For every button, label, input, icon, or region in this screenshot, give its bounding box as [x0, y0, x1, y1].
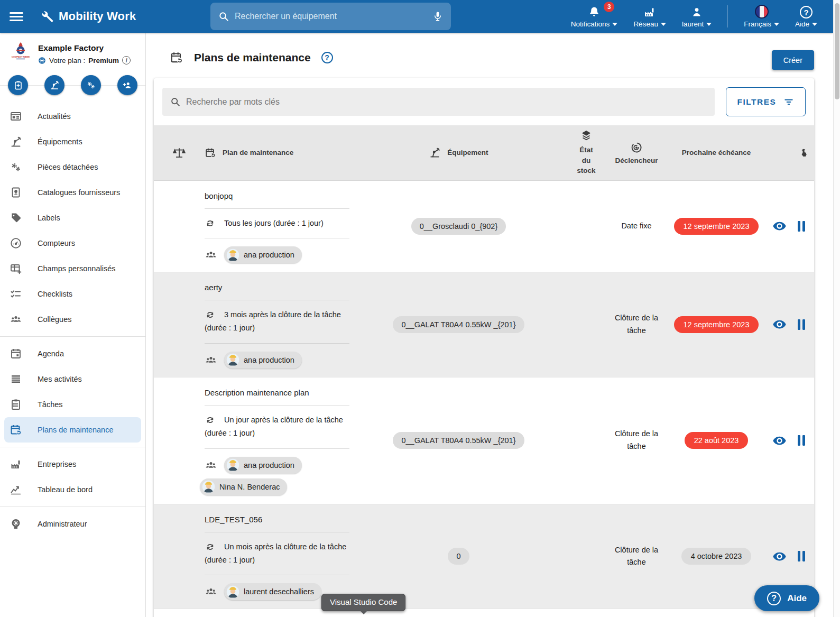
- equipment-search[interactable]: [210, 3, 451, 30]
- calendar-sync-icon: [10, 423, 22, 436]
- sidebar-item-mes-activites[interactable]: Mes activités: [0, 366, 145, 392]
- members-icon: [205, 354, 217, 366]
- column-due[interactable]: Prochaine échéance: [668, 125, 764, 180]
- add-equipment-button[interactable]: [44, 75, 64, 95]
- member-chip[interactable]: ana production: [224, 246, 302, 263]
- avatar: [226, 585, 239, 598]
- pause-icon[interactable]: [796, 550, 807, 563]
- sidebar-item-tableau-de-bord[interactable]: Tableau de bord: [0, 477, 145, 502]
- sidebar: COMPANY NAME Example Factory Votre plan …: [0, 33, 146, 617]
- sidebar-item-champs-personnalises[interactable]: Champs personnalisés: [0, 256, 145, 281]
- sidebar-item-checklists[interactable]: Checklists: [0, 281, 145, 307]
- hamburger-menu-icon[interactable]: [10, 10, 23, 23]
- add-task-button[interactable]: [8, 75, 28, 95]
- column-plan[interactable]: Plan de maintenance: [205, 125, 349, 180]
- trigger-value: Date fixe: [616, 220, 657, 233]
- sidebar-item-collegues[interactable]: Collègues: [0, 307, 145, 332]
- table-row[interactable]: aerty 3 mois après la clôture de la tâch…: [154, 272, 814, 377]
- microphone-icon[interactable]: [432, 11, 444, 22]
- member-chip[interactable]: ana production: [224, 352, 302, 369]
- avatar: [202, 480, 215, 493]
- plan-name: Premium: [88, 57, 119, 65]
- members-icon: [205, 459, 217, 472]
- cyclone-icon: [630, 141, 643, 154]
- trigger-value: Clôture de la tâche: [605, 312, 668, 337]
- sidebar-item-compteurs[interactable]: Compteurs: [0, 231, 145, 256]
- menu-divider: [0, 336, 145, 337]
- help-fab-button[interactable]: ? Aide: [754, 585, 819, 611]
- scrollbar-thumb[interactable]: [835, 3, 839, 99]
- member-chip[interactable]: Nina N. Benderac: [200, 478, 287, 495]
- invite-colleague-button[interactable]: [117, 75, 137, 95]
- keyword-search-input[interactable]: [186, 97, 707, 107]
- equipment-chip[interactable]: 0__GALAT T80A4 0.55kW _{201}: [393, 316, 524, 333]
- table-row[interactable]: LDE_TEST_056 Un mois après la clôture de…: [154, 504, 814, 610]
- plan-frequency: Tous les jours (durée : 1 jour): [205, 217, 349, 230]
- plan-badge-icon: [38, 57, 46, 65]
- members-icon: [205, 248, 217, 261]
- page-help-icon[interactable]: ?: [321, 52, 333, 63]
- plan-frequency: Un mois après la clôture de la tâche (du…: [205, 540, 349, 567]
- gears-icon: [10, 161, 22, 173]
- repeat-icon: [205, 415, 216, 426]
- equipment-search-input[interactable]: [235, 12, 427, 21]
- page-scrollbar[interactable]: [833, 0, 840, 617]
- sidebar-item-administrateur[interactable]: Administrateur: [0, 511, 145, 537]
- robot-arm-icon: [429, 146, 441, 159]
- nav-network[interactable]: Réseau: [633, 6, 666, 28]
- nav-user[interactable]: laurent: [682, 6, 712, 28]
- avatar: [226, 353, 239, 366]
- sidebar-item-entreprises[interactable]: Entreprises: [0, 452, 145, 477]
- create-button[interactable]: Créer: [772, 50, 814, 70]
- nav-language[interactable]: Français: [744, 5, 779, 28]
- view-icon[interactable]: [772, 549, 787, 564]
- menu-divider: [0, 507, 145, 507]
- column-sort-scale[interactable]: [154, 125, 205, 180]
- view-icon[interactable]: [772, 317, 787, 331]
- pause-icon[interactable]: [796, 434, 807, 447]
- notifications-badge: 3: [604, 2, 614, 12]
- tag-icon: [10, 211, 22, 224]
- sidebar-item-agenda[interactable]: Agenda: [0, 341, 145, 366]
- pause-icon[interactable]: [796, 220, 807, 233]
- brand-name: Mobility Work: [59, 10, 136, 23]
- sidebar-item-pieces-detachees[interactable]: Pièces détachées: [0, 154, 145, 180]
- column-equipment[interactable]: Équipement: [349, 125, 568, 180]
- nav-help[interactable]: ? Aide: [795, 6, 817, 28]
- sidebar-item-labels[interactable]: Labels: [0, 205, 145, 231]
- equipment-chip[interactable]: 0__GALAT T80A4 0.55kW _{201}: [393, 432, 524, 449]
- brand-logo[interactable]: Mobility Work: [40, 10, 136, 24]
- column-trigger[interactable]: Déclencheur: [605, 125, 668, 180]
- sidebar-item-actualites[interactable]: Actualités: [0, 104, 145, 129]
- table-header: Plan de maintenance Équipement État du s…: [154, 125, 814, 181]
- sidebar-item-catalogues[interactable]: Catalogues fournisseurs: [0, 180, 145, 205]
- keyword-search[interactable]: [162, 88, 715, 116]
- member-chip[interactable]: ana production: [224, 457, 302, 474]
- filters-button[interactable]: FILTRES: [726, 87, 806, 116]
- sidebar-item-plans-de-maintenance[interactable]: Plans de maintenance: [4, 417, 141, 443]
- pause-icon[interactable]: [796, 318, 807, 331]
- equipment-chip[interactable]: 0__Grosclaudi 0_{902}: [411, 218, 506, 235]
- plan-name: bonjopq: [205, 189, 349, 200]
- sidebar-item-equipements[interactable]: Équipements: [0, 129, 145, 154]
- plan-name: Description maintenance plan: [205, 386, 349, 397]
- filter-icon: [783, 97, 794, 107]
- column-stock[interactable]: État du stock: [568, 125, 605, 180]
- nav-notifications[interactable]: 3 Notifications: [571, 6, 618, 28]
- sidebar-item-taches[interactable]: Tâches: [0, 392, 145, 417]
- quick-actions: [0, 70, 145, 100]
- equipment-chip[interactable]: 0: [448, 548, 469, 565]
- table-row[interactable]: Description maintenance plan Un jour apr…: [154, 377, 814, 504]
- trigger-value: Clôture de la tâche: [605, 428, 668, 453]
- calendar-icon: [10, 347, 22, 360]
- wrench-logo-icon: [40, 10, 54, 24]
- table-row[interactable]: LDE_TEST_055: [154, 609, 814, 617]
- info-icon[interactable]: i: [122, 56, 131, 65]
- view-icon[interactable]: [772, 434, 787, 448]
- plan-name: aerty: [205, 281, 349, 292]
- add-part-button[interactable]: [81, 75, 101, 95]
- view-icon[interactable]: [772, 219, 787, 233]
- table-row[interactable]: bonjopq Tous les jours (durée : 1 jour) …: [154, 181, 814, 272]
- due-date-badge: 12 septembre 2023: [674, 218, 759, 235]
- member-chip[interactable]: laurent desechalliers: [224, 583, 321, 600]
